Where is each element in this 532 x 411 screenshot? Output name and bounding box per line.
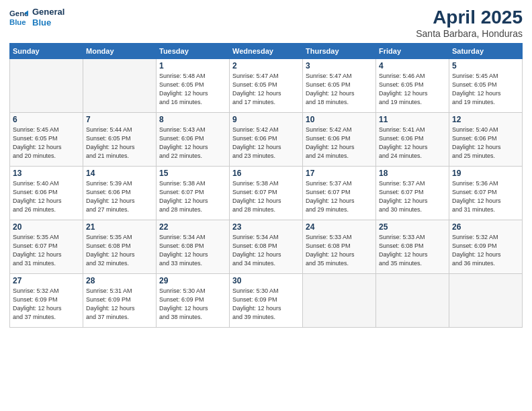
day-info: Sunrise: 5:35 AM Sunset: 6:08 PM Dayligh…: [86, 233, 153, 268]
calendar-cell: 10Sunrise: 5:42 AM Sunset: 6:06 PM Dayli…: [303, 113, 376, 167]
day-info: Sunrise: 5:30 AM Sunset: 6:09 PM Dayligh…: [159, 287, 226, 322]
calendar-cell: [303, 274, 376, 328]
svg-text:Blue: Blue: [9, 17, 26, 26]
day-info: Sunrise: 5:43 AM Sunset: 6:06 PM Dayligh…: [159, 126, 226, 161]
weekday-header-saturday: Saturday: [449, 44, 523, 59]
day-info: Sunrise: 5:39 AM Sunset: 6:06 PM Dayligh…: [86, 179, 153, 214]
day-info: Sunrise: 5:48 AM Sunset: 6:05 PM Dayligh…: [159, 72, 226, 107]
day-info: Sunrise: 5:32 AM Sunset: 6:09 PM Dayligh…: [452, 233, 519, 268]
weekday-header-wednesday: Wednesday: [230, 44, 303, 59]
day-number: 9: [232, 115, 300, 124]
calendar-cell: 29Sunrise: 5:30 AM Sunset: 6:09 PM Dayli…: [157, 274, 230, 328]
day-number: 5: [452, 61, 519, 71]
day-info: Sunrise: 5:33 AM Sunset: 6:08 PM Dayligh…: [306, 233, 373, 268]
calendar-cell: 14Sunrise: 5:39 AM Sunset: 6:06 PM Dayli…: [83, 167, 157, 220]
day-info: Sunrise: 5:35 AM Sunset: 6:07 PM Dayligh…: [13, 233, 80, 268]
calendar-table: SundayMondayTuesdayWednesdayThursdayFrid…: [9, 43, 523, 328]
day-number: 12: [452, 115, 519, 124]
weekday-header-monday: Monday: [83, 44, 157, 59]
day-number: 27: [13, 276, 80, 285]
calendar-cell: 11Sunrise: 5:41 AM Sunset: 6:06 PM Dayli…: [376, 113, 449, 167]
calendar-cell: 25Sunrise: 5:33 AM Sunset: 6:08 PM Dayli…: [376, 220, 449, 274]
calendar-week-row: 6Sunrise: 5:45 AM Sunset: 6:05 PM Daylig…: [10, 113, 523, 167]
day-info: Sunrise: 5:42 AM Sunset: 6:06 PM Dayligh…: [232, 126, 300, 161]
location-subtitle: Santa Barbara, Honduras: [416, 28, 523, 39]
day-number: 4: [379, 61, 446, 71]
day-info: Sunrise: 5:41 AM Sunset: 6:06 PM Dayligh…: [379, 126, 446, 161]
day-info: Sunrise: 5:46 AM Sunset: 6:05 PM Dayligh…: [379, 72, 446, 107]
calendar-cell: 7Sunrise: 5:44 AM Sunset: 6:05 PM Daylig…: [83, 113, 157, 167]
weekday-header-friday: Friday: [376, 44, 449, 59]
day-info: Sunrise: 5:45 AM Sunset: 6:05 PM Dayligh…: [13, 126, 80, 161]
day-number: 24: [306, 222, 373, 232]
day-info: Sunrise: 5:34 AM Sunset: 6:08 PM Dayligh…: [159, 233, 226, 268]
calendar-cell: [83, 59, 157, 113]
day-info: Sunrise: 5:44 AM Sunset: 6:05 PM Dayligh…: [86, 126, 153, 161]
day-number: 6: [13, 115, 80, 124]
calendar-cell: 30Sunrise: 5:30 AM Sunset: 6:09 PM Dayli…: [230, 274, 303, 328]
calendar-cell: [376, 274, 449, 328]
day-info: Sunrise: 5:34 AM Sunset: 6:08 PM Dayligh…: [232, 233, 300, 268]
day-number: 18: [379, 169, 446, 178]
calendar-cell: 22Sunrise: 5:34 AM Sunset: 6:08 PM Dayli…: [157, 220, 230, 274]
day-number: 30: [232, 276, 300, 285]
weekday-header-tuesday: Tuesday: [157, 44, 230, 59]
calendar-cell: 21Sunrise: 5:35 AM Sunset: 6:08 PM Dayli…: [83, 220, 157, 274]
header: General Blue General Blue April 2025 San…: [9, 7, 523, 39]
day-info: Sunrise: 5:31 AM Sunset: 6:09 PM Dayligh…: [86, 287, 153, 322]
day-info: Sunrise: 5:40 AM Sunset: 6:06 PM Dayligh…: [13, 179, 80, 214]
logo: General Blue General Blue: [9, 7, 64, 28]
day-info: Sunrise: 5:32 AM Sunset: 6:09 PM Dayligh…: [13, 287, 80, 322]
calendar-cell: 18Sunrise: 5:37 AM Sunset: 6:07 PM Dayli…: [376, 167, 449, 220]
day-number: 13: [13, 169, 80, 178]
day-number: 20: [13, 222, 80, 232]
calendar-cell: 27Sunrise: 5:32 AM Sunset: 6:09 PM Dayli…: [10, 274, 83, 328]
calendar-cell: 8Sunrise: 5:43 AM Sunset: 6:06 PM Daylig…: [157, 113, 230, 167]
calendar-cell: 19Sunrise: 5:36 AM Sunset: 6:07 PM Dayli…: [449, 167, 523, 220]
weekday-header-row: SundayMondayTuesdayWednesdayThursdayFrid…: [10, 44, 523, 59]
day-number: 22: [159, 222, 226, 232]
day-number: 29: [159, 276, 226, 285]
day-info: Sunrise: 5:40 AM Sunset: 6:06 PM Dayligh…: [452, 126, 519, 161]
calendar-cell: 12Sunrise: 5:40 AM Sunset: 6:06 PM Dayli…: [449, 113, 523, 167]
day-info: Sunrise: 5:37 AM Sunset: 6:07 PM Dayligh…: [379, 179, 446, 214]
day-number: 25: [379, 222, 446, 232]
weekday-header-thursday: Thursday: [303, 44, 376, 59]
day-number: 10: [306, 115, 373, 124]
calendar-week-row: 1Sunrise: 5:48 AM Sunset: 6:05 PM Daylig…: [10, 59, 523, 113]
day-number: 19: [452, 169, 519, 178]
day-number: 17: [306, 169, 373, 178]
calendar-cell: [449, 274, 523, 328]
day-info: Sunrise: 5:47 AM Sunset: 6:05 PM Dayligh…: [232, 72, 300, 107]
weekday-header-sunday: Sunday: [10, 44, 83, 59]
day-info: Sunrise: 5:45 AM Sunset: 6:05 PM Dayligh…: [452, 72, 519, 107]
calendar-cell: 2Sunrise: 5:47 AM Sunset: 6:05 PM Daylig…: [230, 59, 303, 113]
calendar-cell: 5Sunrise: 5:45 AM Sunset: 6:05 PM Daylig…: [449, 59, 523, 113]
day-number: 16: [232, 169, 300, 178]
calendar-cell: 28Sunrise: 5:31 AM Sunset: 6:09 PM Dayli…: [83, 274, 157, 328]
svg-text:General: General: [9, 9, 28, 17]
calendar-cell: 20Sunrise: 5:35 AM Sunset: 6:07 PM Dayli…: [10, 220, 83, 274]
day-info: Sunrise: 5:38 AM Sunset: 6:07 PM Dayligh…: [159, 179, 226, 214]
page: General Blue General Blue April 2025 San…: [0, 0, 532, 411]
day-number: 3: [306, 61, 373, 71]
day-number: 28: [86, 276, 153, 285]
day-info: Sunrise: 5:33 AM Sunset: 6:08 PM Dayligh…: [379, 233, 446, 268]
title-block: April 2025 Santa Barbara, Honduras: [416, 7, 523, 39]
calendar-cell: 16Sunrise: 5:38 AM Sunset: 6:07 PM Dayli…: [230, 167, 303, 220]
logo-icon: General Blue: [9, 8, 28, 27]
month-title: April 2025: [416, 7, 523, 28]
day-number: 2: [232, 61, 300, 71]
day-info: Sunrise: 5:30 AM Sunset: 6:09 PM Dayligh…: [232, 287, 300, 322]
day-number: 7: [86, 115, 153, 124]
day-info: Sunrise: 5:47 AM Sunset: 6:05 PM Dayligh…: [306, 72, 373, 107]
logo-text-line2: Blue: [32, 17, 64, 28]
calendar-cell: 13Sunrise: 5:40 AM Sunset: 6:06 PM Dayli…: [10, 167, 83, 220]
day-number: 23: [232, 222, 300, 232]
calendar-cell: [10, 59, 83, 113]
day-number: 14: [86, 169, 153, 178]
day-info: Sunrise: 5:36 AM Sunset: 6:07 PM Dayligh…: [452, 179, 519, 214]
calendar-cell: 15Sunrise: 5:38 AM Sunset: 6:07 PM Dayli…: [157, 167, 230, 220]
calendar-cell: 24Sunrise: 5:33 AM Sunset: 6:08 PM Dayli…: [303, 220, 376, 274]
logo-text-line1: General: [32, 7, 64, 17]
